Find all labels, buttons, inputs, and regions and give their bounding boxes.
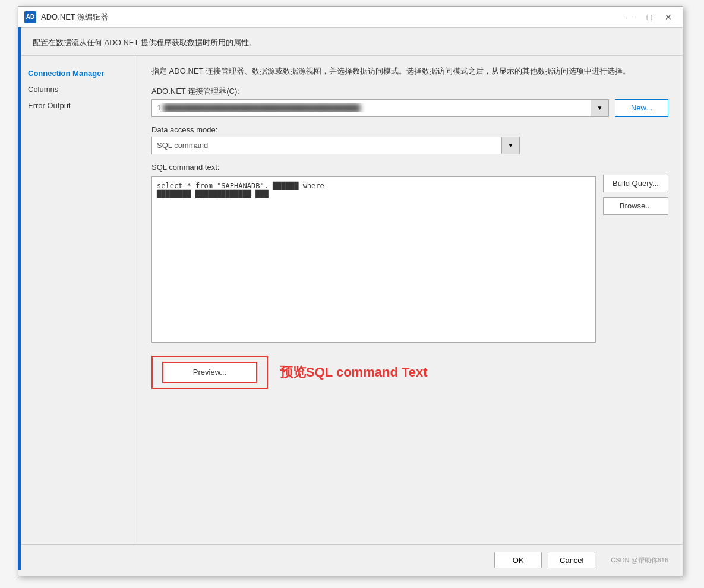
maximize-button[interactable]: □ xyxy=(641,11,658,24)
ok-button[interactable]: OK xyxy=(494,552,542,568)
sql-buttons: Build Query... Browse... xyxy=(603,163,668,343)
connection-manager-label: ADO.NET 连接管理器(C): xyxy=(151,86,668,97)
data-access-label: Data access mode: xyxy=(151,125,668,134)
title-bar-controls: — □ ✕ xyxy=(622,11,677,24)
panel-description: 指定 ADO.NET 连接管理器、数据源或数据源视图，并选择数据访问模式。选择数… xyxy=(151,65,668,78)
data-access-dropdown[interactable]: SQL command ▼ xyxy=(151,137,520,154)
sql-label: SQL command text: xyxy=(151,163,596,172)
dialog-content: 配置在数据流从任何 ADO.NET 提供程序获取数据时所用的属性。 Connec… xyxy=(18,28,683,576)
dialog-body: Connection Manager Columns Error Output … xyxy=(18,56,683,544)
connection-dropdown[interactable]: 1 ████████████████████████████████████ ▼ xyxy=(151,99,609,117)
minimize-button[interactable]: — xyxy=(622,11,639,24)
sql-textarea[interactable]: select * from "SAPHANADB". ██████ where … xyxy=(151,176,596,343)
sql-section: SQL command text: select * from "SAPHANA… xyxy=(151,163,668,343)
data-access-dropdown-arrow[interactable]: ▼ xyxy=(501,137,519,154)
data-access-section: Data access mode: SQL command ▼ xyxy=(151,125,668,154)
preview-annotation: 预览SQL command Text xyxy=(280,363,428,381)
sidebar-item-error-output[interactable]: Error Output xyxy=(18,97,137,113)
sidebar-item-columns[interactable]: Columns xyxy=(18,81,137,97)
close-button[interactable]: ✕ xyxy=(660,11,677,24)
right-panel: 指定 ADO.NET 连接管理器、数据源或数据源视图，并选择数据访问模式。选择数… xyxy=(137,56,683,544)
window-title: ADO.NET 源编辑器 xyxy=(41,12,108,23)
browse-button[interactable]: Browse... xyxy=(603,197,668,215)
connection-blurred: ████████████████████████████████████ xyxy=(163,103,361,112)
preview-button[interactable]: Preview... xyxy=(162,362,257,383)
sql-left: SQL command text: select * from "SAPHANA… xyxy=(151,163,596,343)
title-bar: AD ADO.NET 源编辑器 — □ ✕ xyxy=(18,7,683,28)
sidebar: Connection Manager Columns Error Output xyxy=(18,56,137,544)
preview-area: Preview... 预览SQL command Text xyxy=(151,356,668,389)
top-description: 配置在数据流从任何 ADO.NET 提供程序获取数据时所用的属性。 xyxy=(18,28,683,56)
left-edge-bar xyxy=(18,27,21,570)
cancel-button[interactable]: Cancel xyxy=(548,552,595,568)
new-button[interactable]: New... xyxy=(615,99,668,117)
dialog-footer: OK Cancel CSDN @帮助你616 xyxy=(18,544,683,576)
footer-brand: CSDN @帮助你616 xyxy=(611,556,668,565)
sidebar-item-connection-manager[interactable]: Connection Manager xyxy=(18,65,137,81)
connection-dropdown-arrow[interactable]: ▼ xyxy=(591,100,608,116)
connection-manager-section: ADO.NET 连接管理器(C): 1 ████████████████████… xyxy=(151,86,668,117)
connection-value: 1 ████████████████████████████████████ xyxy=(152,103,591,112)
title-bar-left: AD ADO.NET 源编辑器 xyxy=(24,11,108,23)
build-query-button[interactable]: Build Query... xyxy=(603,175,668,192)
dialog-window: AD ADO.NET 源编辑器 — □ ✕ 配置在数据流从任何 ADO.NET … xyxy=(18,6,683,576)
app-icon: AD xyxy=(24,11,36,23)
connection-manager-row: 1 ████████████████████████████████████ ▼… xyxy=(151,99,668,117)
data-access-value: SQL command xyxy=(152,141,501,150)
preview-highlight-box: Preview... xyxy=(151,356,268,389)
